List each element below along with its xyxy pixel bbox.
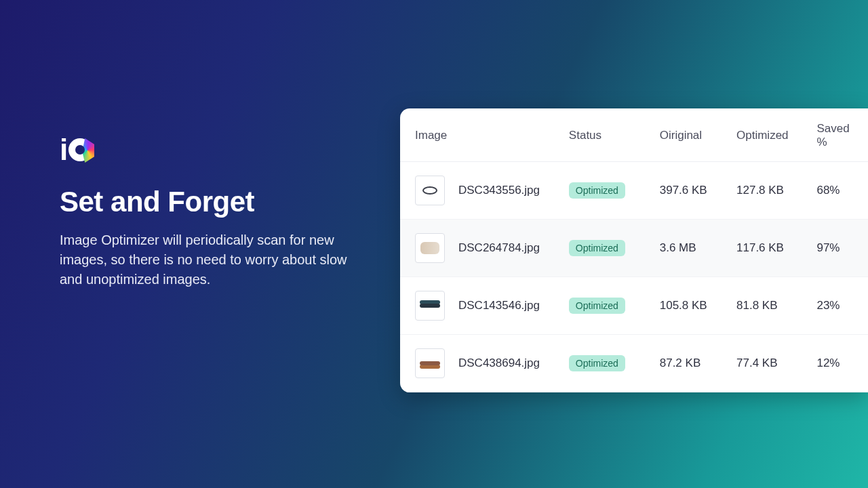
optimized-size: 117.6 KB [728,220,808,277]
saved-percent: 68% [808,162,868,220]
header-saved: Saved % [808,108,868,162]
original-size: 3.6 MB [652,220,728,277]
filename: DSC264784.jpg [458,241,540,255]
table-header-row: Image Status Oiriginal Optimized Saved % [400,108,868,162]
status-badge: Optimized [569,182,625,199]
thumbnail-icon [415,176,445,205]
logo-o-icon [68,138,92,161]
saved-percent: 12% [808,335,868,392]
logo-text: i [60,133,92,167]
image-cell: DSC264784.jpg [415,233,553,263]
status-badge: Optimized [569,298,625,314]
results-card: Image Status Oiriginal Optimized Saved %… [400,108,868,392]
table-row: DSC438694.jpg Optimized 87.2 KB 77.4 KB … [400,335,868,392]
table-row: DSC343556.jpg Optimized 397.6 KB 127.8 K… [400,162,868,220]
header-original: Oiriginal [652,108,728,162]
original-size: 87.2 KB [652,335,728,392]
filename: DSC343556.jpg [458,184,540,197]
image-cell: DSC343556.jpg [415,176,553,205]
thumbnail-icon [415,291,445,321]
saved-percent: 23% [808,277,868,335]
status-badge: Optimized [569,355,625,371]
table-row: DSC264784.jpg Optimized 3.6 MB 117.6 KB … [400,220,868,277]
image-cell: DSC143546.jpg [415,291,553,321]
filename: DSC143546.jpg [458,299,540,312]
hero-panel: i Set and Forget Image Optimizer will pe… [60,133,351,289]
hero-description: Image Optimizer will periodically scan f… [60,230,351,289]
header-image: Image [400,108,561,162]
original-size: 397.6 KB [652,162,728,220]
saved-percent: 97% [808,220,868,277]
optimized-size: 81.8 KB [728,277,808,335]
results-table: Image Status Oiriginal Optimized Saved %… [400,108,868,392]
app-logo: i [60,133,351,167]
filename: DSC438694.jpg [458,357,540,370]
thumbnail-icon [415,348,445,378]
image-cell: DSC438694.jpg [415,348,553,378]
header-optimized: Optimized [728,108,808,162]
table-row: DSC143546.jpg Optimized 105.8 KB 81.8 KB… [400,277,868,335]
header-status: Status [561,108,652,162]
hero-headline: Set and Forget [60,186,351,218]
thumbnail-icon [415,233,445,263]
original-size: 105.8 KB [652,277,728,335]
status-badge: Optimized [569,240,625,256]
optimized-size: 127.8 KB [728,162,808,220]
optimized-size: 77.4 KB [728,335,808,392]
